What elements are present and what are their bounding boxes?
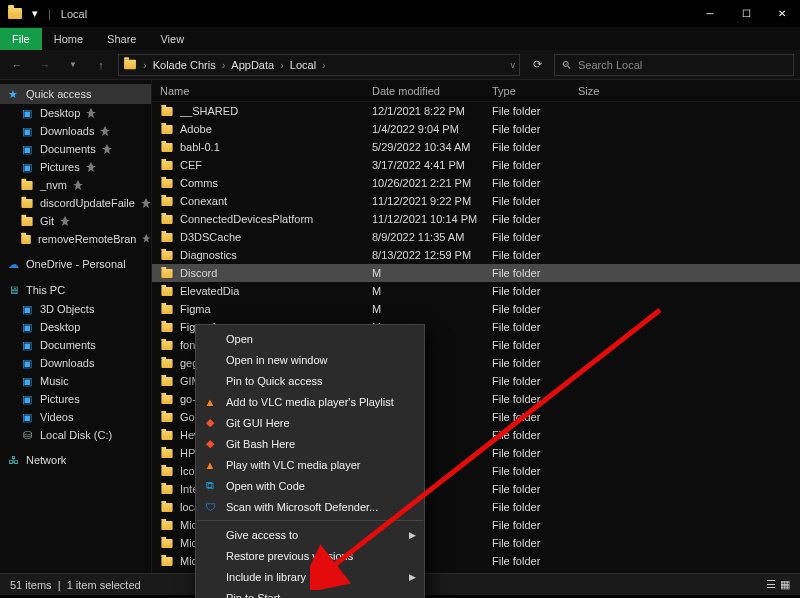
file-tab[interactable]: File xyxy=(0,28,42,50)
menu-item[interactable]: Open in new window xyxy=(196,349,424,370)
back-button[interactable]: ← xyxy=(6,54,28,76)
sidebar-item[interactable]: removeRemoteBran xyxy=(0,230,151,248)
this-pc[interactable]: 🖥 This PC xyxy=(0,280,151,300)
folder-icon: ▣ xyxy=(20,303,34,316)
sidebar-item[interactable]: discordUpdateFaile xyxy=(0,194,151,212)
tab-home[interactable]: Home xyxy=(42,33,95,45)
git-icon: ◆ xyxy=(202,437,218,450)
folder-icon xyxy=(161,233,172,242)
col-size[interactable]: Size xyxy=(578,85,648,97)
pin-icon xyxy=(73,180,83,190)
table-row[interactable]: CEF3/17/2022 4:41 PMFile folder xyxy=(152,156,800,174)
col-date[interactable]: Date modified xyxy=(372,85,492,97)
sidebar-item[interactable]: ▣Desktop xyxy=(0,318,151,336)
sidebar-item[interactable]: ▣Downloads xyxy=(0,354,151,372)
menu-item[interactable]: ◆Git GUI Here xyxy=(196,412,424,433)
refresh-button[interactable]: ⟳ xyxy=(526,58,548,71)
onedrive[interactable]: ☁ OneDrive - Personal xyxy=(0,254,151,274)
search-box[interactable]: 🔍︎ Search Local xyxy=(554,54,794,76)
sidebar-item[interactable]: _nvm xyxy=(0,176,151,194)
folder-icon xyxy=(21,181,32,190)
view-large-icon[interactable]: ▦ xyxy=(780,578,790,591)
sidebar-item[interactable]: ▣Pictures xyxy=(0,158,151,176)
table-row[interactable]: D3DSCache8/9/2022 11:35 AMFile folder xyxy=(152,228,800,246)
table-row[interactable]: babl-0.15/29/2022 10:34 AMFile folder xyxy=(152,138,800,156)
crumb-1[interactable]: AppData xyxy=(231,59,274,71)
col-type[interactable]: Type xyxy=(492,85,578,97)
table-row[interactable]: Conexant11/12/2021 9:22 PMFile folder xyxy=(152,192,800,210)
folder-icon: ▣ xyxy=(20,125,34,138)
sidebar-item[interactable]: ▣Documents xyxy=(0,336,151,354)
def-icon: 🛡 xyxy=(202,501,218,513)
address-bar[interactable]: Kolade Chris AppData Local v xyxy=(118,54,520,76)
tab-share[interactable]: Share xyxy=(95,33,148,45)
crumb-2[interactable]: Local xyxy=(290,59,316,71)
folder-icon: ▣ xyxy=(20,339,34,352)
menu-item[interactable]: Pin to Start xyxy=(196,587,424,598)
menu-item[interactable]: Include in library▶ xyxy=(196,566,424,587)
menu-item[interactable]: ▲Play with VLC media player xyxy=(196,454,424,475)
table-row[interactable]: ConnectedDevicesPlatform11/12/2021 10:14… xyxy=(152,210,800,228)
addr-dropdown-icon[interactable]: v xyxy=(511,60,516,70)
git-icon: ◆ xyxy=(202,416,218,429)
folder-icon xyxy=(161,251,172,260)
sidebar-item[interactable]: ▣3D Objects xyxy=(0,300,151,318)
pin-icon xyxy=(142,234,151,244)
pc-icon: 🖥 xyxy=(6,284,20,296)
tab-view[interactable]: View xyxy=(148,33,196,45)
navigation-pane: ★ Quick access ▣Desktop▣Downloads▣Docume… xyxy=(0,80,152,573)
sidebar-item[interactable]: ▣Pictures xyxy=(0,390,151,408)
table-row[interactable]: Comms10/26/2021 2:21 PMFile folder xyxy=(152,174,800,192)
quick-access[interactable]: ★ Quick access xyxy=(0,84,151,104)
sidebar-item[interactable]: ▣Documents xyxy=(0,140,151,158)
folder-icon xyxy=(161,215,172,224)
menu-item[interactable]: 🛡Scan with Microsoft Defender... xyxy=(196,496,424,517)
maximize-button[interactable]: ☐ xyxy=(728,0,764,28)
sidebar-item[interactable]: ▣Desktop xyxy=(0,104,151,122)
table-row[interactable]: DiscordMFile folder xyxy=(152,264,800,282)
view-details-icon[interactable]: ☰ xyxy=(766,578,776,591)
folder-icon xyxy=(161,485,172,494)
sidebar-item[interactable]: Git xyxy=(0,212,151,230)
menu-item[interactable]: Restore previous versions xyxy=(196,545,424,566)
titlebar: ▾ | Local ─ ☐ ✕ xyxy=(0,0,800,28)
close-button[interactable]: ✕ xyxy=(764,0,800,28)
menu-item[interactable]: ◆Git Bash Here xyxy=(196,433,424,454)
table-row[interactable]: FigmaMFile folder xyxy=(152,300,800,318)
menu-item[interactable]: Pin to Quick access xyxy=(196,370,424,391)
minimize-button[interactable]: ─ xyxy=(692,0,728,28)
menu-item[interactable]: Open xyxy=(196,328,424,349)
submenu-arrow-icon: ▶ xyxy=(409,572,416,582)
forward-button[interactable]: → xyxy=(34,54,56,76)
crumb-0[interactable]: Kolade Chris xyxy=(153,59,216,71)
folder-icon xyxy=(124,60,136,69)
table-row[interactable]: __SHARED12/1/2021 8:22 PMFile folder xyxy=(152,102,800,120)
status-selected: 1 item selected xyxy=(67,579,141,591)
folder-icon xyxy=(161,143,172,152)
down-arrow-icon[interactable]: ▾ xyxy=(32,7,38,20)
context-menu: OpenOpen in new windowPin to Quick acces… xyxy=(195,324,425,598)
folder-icon xyxy=(161,197,172,206)
sidebar-item[interactable]: ⛁Local Disk (C:) xyxy=(0,426,151,444)
menu-item[interactable]: ▲Add to VLC media player's Playlist xyxy=(196,391,424,412)
folder-icon: ▣ xyxy=(20,107,34,120)
pin-icon xyxy=(100,126,110,136)
up-button[interactable]: ↑ xyxy=(90,54,112,76)
table-row[interactable]: ElevatedDiaMFile folder xyxy=(152,282,800,300)
folder-icon xyxy=(161,179,172,188)
table-row[interactable]: Adobe1/4/2022 9:04 PMFile folder xyxy=(152,120,800,138)
star-icon: ★ xyxy=(6,88,20,101)
folder-icon xyxy=(161,431,172,440)
network[interactable]: 🖧 Network xyxy=(0,450,151,470)
sidebar-item[interactable]: ▣Videos xyxy=(0,408,151,426)
sidebar-item[interactable]: ▣Downloads xyxy=(0,122,151,140)
col-name[interactable]: Name xyxy=(160,85,372,97)
table-row[interactable]: Diagnostics8/13/2022 12:59 PMFile folder xyxy=(152,246,800,264)
window-title: Local xyxy=(61,8,87,20)
pin-icon xyxy=(86,108,96,118)
recent-dropdown[interactable]: ▼ xyxy=(62,54,84,76)
menu-item[interactable]: ⧉Open with Code xyxy=(196,475,424,496)
sidebar-item[interactable]: ▣Music xyxy=(0,372,151,390)
folder-icon xyxy=(161,341,172,350)
menu-item[interactable]: Give access to▶ xyxy=(196,524,424,545)
